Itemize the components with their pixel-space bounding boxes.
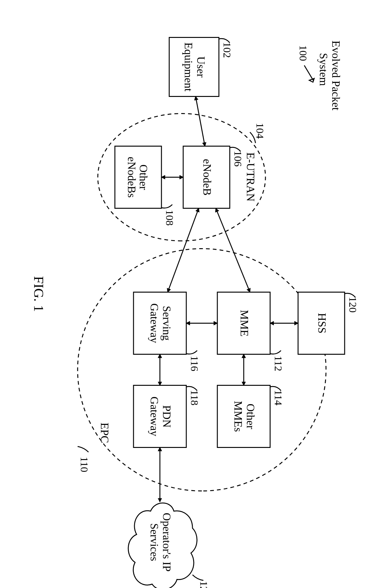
pgw-l2: Gateway (148, 396, 161, 436)
ue-l1: User (195, 56, 207, 77)
other-enodebs-node: Other eNodeBs 108 (115, 146, 175, 226)
epc-label: EPC (98, 422, 111, 443)
mme-node: MME 112 (217, 292, 284, 371)
oenb-ref: 108 (164, 210, 175, 226)
title-line-2: System (317, 53, 330, 86)
operator-ip-services-node: Operator's IP Services 122 (128, 503, 210, 588)
sgw-l2: Gateway (148, 303, 161, 343)
title-line-1: Evolved Packet (330, 40, 342, 110)
user-equipment-node: User Equipment 102 (169, 37, 233, 96)
omme-l2: MMEs (232, 401, 244, 432)
eutran-label: E-UTRAN (244, 152, 257, 201)
link-ue-enb (196, 96, 205, 146)
diagram: Evolved Packet System 100 E-UTRAN 104 EP… (0, 0, 385, 588)
pgw-l1: PDN (161, 405, 173, 427)
title-ref: 100 (297, 45, 309, 61)
epc-boundary (78, 248, 326, 491)
epc-ref: 110 (79, 457, 90, 472)
enb-l1: eNodeB (201, 159, 213, 195)
hss-ref: 120 (347, 297, 359, 312)
eutran-ref: 104 (254, 123, 266, 139)
sgw-l1: Serving (161, 306, 173, 340)
serving-gateway-node: Serving Gateway 116 (134, 292, 200, 371)
mme-l1: MME (238, 310, 251, 336)
title-arrow (304, 65, 314, 82)
oenb-l1: Other (137, 164, 150, 190)
ops-l1: Operator's IP (161, 513, 173, 571)
pdn-gateway-node: PDN Gateway 118 (134, 385, 200, 447)
other-mmes-node: Other MMEs 114 (217, 385, 284, 447)
pgw-ref: 118 (189, 390, 200, 405)
omme-ref: 114 (273, 390, 284, 405)
hss-node: HSS 120 (298, 292, 359, 354)
ue-l2: Equipment (182, 42, 195, 91)
ops-ref: 122 (198, 581, 210, 588)
hss-l1: HSS (316, 313, 328, 333)
ue-ref: 102 (221, 42, 233, 58)
enodeb-node: eNodeB 106 (183, 146, 244, 208)
omme-l1: Other (244, 403, 257, 429)
ops-l2: Services (148, 523, 161, 561)
enb-ref: 106 (232, 151, 244, 166)
mme-ref: 112 (273, 356, 284, 371)
figure-label: FIG. 1 (31, 276, 46, 312)
sgw-ref: 116 (189, 356, 200, 371)
oenb-l2: eNodeBs (125, 157, 138, 198)
epc-leader (78, 446, 88, 452)
